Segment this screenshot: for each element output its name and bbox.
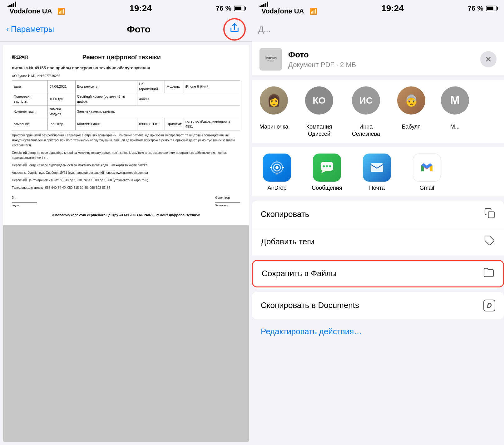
left-battery-icon <box>234 6 245 11</box>
avatar-is: ИС <box>352 86 380 115</box>
sheet-file-name: Фото <box>288 50 474 60</box>
bar4 <box>13 3 14 7</box>
left-nav-bar: ‹ Параметры Фото <box>0 17 252 42</box>
right-bg: Д... <box>252 17 504 42</box>
add-tags-label: Добавить теги <box>261 237 314 247</box>
svg-point-6 <box>326 165 328 167</box>
left-battery-fill <box>235 7 241 10</box>
share-icon <box>229 23 240 36</box>
carrier-name: Vodafone UA <box>9 7 52 15</box>
svg-point-3 <box>275 166 279 169</box>
edit-actions-link[interactable]: Редактировать действия… <box>261 327 362 336</box>
avatar-photo-inner: 👩 <box>260 86 288 115</box>
close-button[interactable]: ✕ <box>480 51 497 67</box>
r-bar1 <box>259 6 261 7</box>
mail-icon <box>363 154 391 182</box>
contact-item-1[interactable]: 👩 ✉ Мариночка <box>252 86 296 138</box>
repair-type-value: Не гарантійний <box>137 80 165 93</box>
contact-name-3: Инна Селезнева <box>346 123 386 138</box>
body-text-2: Сервісний центр не несе відповідальності… <box>12 150 240 160</box>
avatar-wrapper-3: ИС ✉ <box>352 86 380 120</box>
doc-table: дата 07.06.2021 Вид ремонту: Не гарантій… <box>12 80 240 130</box>
app-item-airdrop[interactable]: AirDrop <box>252 154 302 191</box>
msg-badge-1: ✉ <box>260 115 288 120</box>
date-label: дата <box>12 80 48 93</box>
doc-header: iiREPAIR Ремонт цифрової техніки <box>12 52 240 62</box>
r-bar2 <box>261 5 263 7</box>
signal-bars <box>7 2 65 7</box>
right-battery-fill <box>487 7 493 10</box>
gmail-icon <box>413 154 441 182</box>
right-carrier-name: Vodafone UA <box>261 7 304 15</box>
actions-list: Скопировать Добавить теги <box>252 201 504 256</box>
contact-item-4[interactable]: 👵 ✉ Бабуля <box>389 86 433 138</box>
right-carrier: Vodafone UA 📶 <box>259 2 317 15</box>
serial-label: Серійний номер (остання 5-ть цифр): <box>75 93 137 105</box>
sheet-header: iiREPAIR Ремонт Фото Документ PDF · 2 МБ… <box>252 42 504 76</box>
back-button[interactable]: ‹ Параметры <box>6 24 54 34</box>
bar1 <box>7 6 9 7</box>
close-icon: ✕ <box>485 55 492 64</box>
right-signal-bars <box>259 2 317 7</box>
back-label: Параметры <box>11 24 54 34</box>
avatar-m: М <box>441 86 469 115</box>
svg-rect-10 <box>488 212 495 218</box>
model-label: Модель: <box>165 80 184 93</box>
notes-label: Примітки: <box>165 118 184 130</box>
r-bar5 <box>267 2 268 7</box>
contact-name-5: М... <box>450 123 460 130</box>
document-area: iiREPAIR Ремонт цифрової техніки витанка… <box>3 45 249 442</box>
msg-badge-4: ✉ <box>397 115 425 120</box>
doc-subtitle: витанка № 49155 про прийом пристрою на т… <box>12 65 240 71</box>
bar3 <box>11 4 12 7</box>
sheet-thumbnail: iiREPAIR Ремонт <box>259 48 282 71</box>
msg-icon-5: ✉ <box>441 115 445 120</box>
msg-badge-5: ✉ <box>441 115 469 120</box>
signature-left: З.. підпис <box>12 195 37 208</box>
right-battery-pct: 76 % <box>468 4 483 12</box>
page-title: Фото <box>127 24 151 35</box>
left-battery-area: 76 % <box>216 4 245 12</box>
right-panel: Vodafone UA 📶 19:24 76 % Д... iiREPAIR Р… <box>252 0 504 445</box>
mail-label: Почта <box>369 185 385 191</box>
signature-area: З.. підпис Філон Ігор Замовник <box>12 195 240 208</box>
app-item-messages[interactable]: Сообщения <box>302 154 352 191</box>
action-copy-docs[interactable]: Скопировать в Documents D <box>252 292 504 319</box>
bar2 <box>9 5 11 7</box>
svg-point-5 <box>323 165 325 167</box>
avatar-wrapper-4: 👵 ✉ <box>397 86 425 120</box>
messages-label: Сообщения <box>312 185 342 191</box>
left-time: 19:24 <box>129 3 152 13</box>
doc-logo: iiREPAIR <box>12 54 28 61</box>
bar5 <box>15 2 16 7</box>
action-add-tags[interactable]: Добавить теги <box>252 228 504 256</box>
copy-docs-label: Скопировать в Documents <box>261 301 359 310</box>
app-item-mail[interactable]: Почта <box>352 154 402 191</box>
copy-label: Скопировать <box>261 209 309 219</box>
org-line: ФО Лугова Н.М., ІНН:3077519256 <box>12 74 240 78</box>
contact-item-5[interactable]: М ✉ М... <box>433 86 477 138</box>
messages-icon <box>313 154 341 182</box>
avatar-babula: 👵 <box>397 86 425 115</box>
share-sheet: iiREPAIR Ремонт Фото Документ PDF · 2 МБ… <box>252 42 504 445</box>
signature-right: Філон Ігор Замовник <box>215 195 240 208</box>
save-to-files-label: Сохранить в Файлы <box>262 269 337 278</box>
notes-value: потертості/царапини/пароль 4991 <box>184 118 240 130</box>
owner-value: Ілон Ігор <box>48 118 75 130</box>
action-copy[interactable]: Скопировать <box>252 201 504 228</box>
contact-item-3[interactable]: ИС ✉ Инна Селезнева <box>343 86 389 138</box>
right-status-bar: Vodafone UA 📶 19:24 76 % <box>252 0 504 17</box>
app-item-gmail[interactable]: Gmail <box>402 154 452 191</box>
r-bar4 <box>265 3 266 7</box>
defect-label: Заявлена несправність: <box>75 105 240 118</box>
contacts-row: 👩 ✉ Мариночка КО ✉ Компания Одиссей <box>252 80 504 143</box>
body-text-3: Сервісний центр не несе відповідальності… <box>12 163 240 168</box>
avatar-wrapper-2: КО ✉ <box>305 86 333 120</box>
msg-badge-3: ✉ <box>352 115 380 120</box>
avatar-ko: КО <box>305 86 333 115</box>
contact-item-2[interactable]: КО ✉ Компания Одиссей <box>296 86 343 138</box>
contact-label: Контактні дані: <box>75 118 137 130</box>
action-save-to-files[interactable]: Сохранить в Файлы <box>252 260 504 287</box>
contact-name-2: Компания Одиссей <box>299 123 339 138</box>
share-button[interactable] <box>223 18 246 41</box>
